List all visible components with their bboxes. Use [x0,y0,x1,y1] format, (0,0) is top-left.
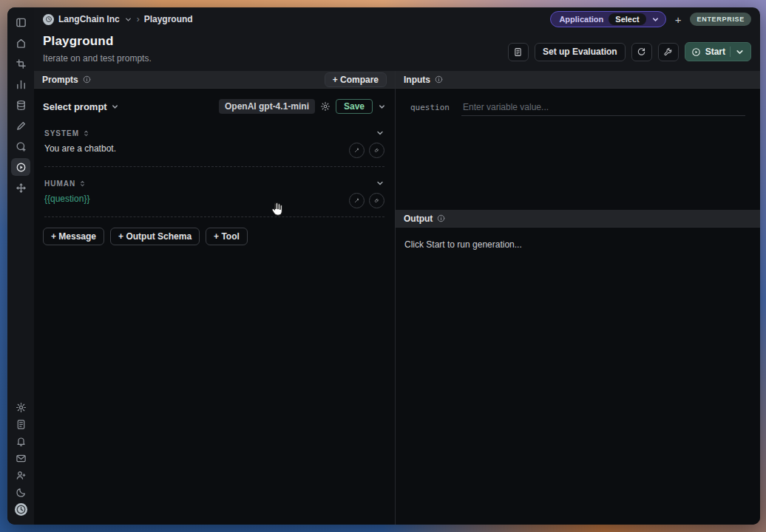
sidebar-toggle-icon[interactable] [11,13,30,31]
setup-evaluation-label: Set up Evaluation [543,47,617,57]
setup-evaluation-button[interactable]: Set up Evaluation [535,43,626,61]
docs-icon[interactable] [11,417,30,432]
desktop: { "breadcrumb": { "org": "LangChain Inc"… [0,0,766,532]
message-actions [349,193,384,208]
role-updown-icon[interactable] [79,180,86,187]
model-controls: OpenAI gpt-4.1-mini Save [219,99,386,114]
output-header: Output [396,210,760,228]
prompts-icon[interactable] [11,137,30,155]
chevron-down-icon[interactable] [651,16,660,24]
breadcrumb-org[interactable]: LangChain Inc [58,14,120,24]
annotation-icon[interactable] [11,117,30,134]
message-block-system: SYSTEM You are a chatbot. [44,129,384,167]
application-select[interactable]: Application Select [550,11,665,27]
prompts-header: Prompts + Compare [34,71,395,89]
document-icon [513,47,523,57]
start-button[interactable]: Start [685,42,751,61]
wand-button[interactable] [349,143,365,158]
prompt-toolbar: Select prompt OpenAI gpt-4.1-mini Save [43,96,386,117]
deployments-icon[interactable] [11,179,30,197]
message-actions [349,143,384,158]
chevron-down-icon[interactable] [735,47,745,57]
icon-rail [7,7,34,525]
eraser-button[interactable] [369,143,384,158]
page-subtitle: Iterate on and test prompts. [43,53,152,64]
tools-button[interactable] [658,43,679,61]
inputs-title: Inputs [404,75,430,85]
info-icon[interactable] [437,214,445,222]
playground-icon[interactable] [11,158,30,176]
role-label[interactable]: SYSTEM [44,129,79,137]
add-tool-button[interactable]: + Tool [206,228,248,245]
invite-user-icon[interactable] [11,468,30,482]
start-divider [730,47,731,57]
info-icon[interactable] [435,75,443,83]
title-bar: Playground Iterate on and test prompts. … [34,31,760,71]
output-title: Output [404,214,433,224]
account-avatar[interactable] [11,502,30,516]
select-prompt-dropdown[interactable]: Select prompt [43,101,119,112]
add-buttons-row: + Message + Output Schema + Tool [43,228,386,245]
info-icon[interactable] [83,75,91,83]
account-avatar-circle [15,503,27,516]
application-value[interactable]: Select [609,13,645,25]
model-settings-gear-icon[interactable] [320,101,331,112]
title-block: Playground Iterate on and test prompts. [43,34,152,64]
start-label: Start [705,47,725,57]
collapse-chevron-icon[interactable] [376,179,384,188]
message-content[interactable]: You are a chatbot. [44,143,343,155]
message-head: HUMAN [44,179,384,188]
breadcrumb-page[interactable]: Playground [144,14,193,24]
compare-button[interactable]: + Compare [325,72,387,87]
app-window: LangChain Inc › Playground Application S… [7,7,760,525]
message-body: You are a chatbot. [44,143,384,158]
datasets-icon[interactable] [11,96,30,114]
dashboards-icon[interactable] [11,75,30,93]
chevron-down-icon[interactable] [378,103,386,111]
chevron-down-icon [111,103,119,111]
inputs-body: question [396,89,760,210]
home-icon[interactable] [11,34,30,52]
collapse-chevron-icon[interactable] [376,129,384,137]
eraser-icon [374,197,379,205]
mail-icon[interactable] [11,451,30,466]
message-block-human: HUMAN {{question}} [44,179,384,217]
enterprise-badge: ENTERPRISE [690,13,751,26]
page-title: Playground [43,34,152,49]
model-selector[interactable]: OpenAI gpt-4.1-mini [219,99,315,114]
variable-value-input[interactable] [461,99,745,116]
message-body: {{question}} [44,193,384,208]
eraser-button[interactable] [369,193,384,208]
output-empty-text: Click Start to run generation... [404,239,751,250]
settings-icon[interactable] [11,400,30,415]
role-label[interactable]: HUMAN [44,180,75,188]
add-button[interactable]: + [674,14,683,25]
save-button[interactable]: Save [336,99,373,114]
add-output-schema-button[interactable]: + Output Schema [110,228,200,245]
variable-name: question [410,103,450,112]
message-head: SYSTEM [44,129,384,137]
refresh-icon [637,47,646,57]
content-split: Prompts + Compare Select prompt [34,71,760,525]
title-actions: Set up Evaluation Start [508,42,751,61]
breadcrumb-separator: › [137,14,140,24]
prompts-body: Select prompt OpenAI gpt-4.1-mini Save [34,89,395,525]
commit-doc-button[interactable] [508,43,529,61]
output-body: Click Start to run generation... [396,228,760,525]
tracing-icon[interactable] [11,55,30,72]
prompts-title: Prompts [42,75,78,85]
role-updown-icon[interactable] [83,130,89,137]
notifications-icon[interactable] [11,434,30,449]
top-right-controls: Application Select + ENTERPRISE [550,11,751,27]
variable-row: question [403,99,753,116]
play-circle-icon [691,47,701,57]
compare-label: + Compare [333,75,379,85]
wand-button[interactable] [349,193,365,208]
prompts-pane: Prompts + Compare Select prompt [34,71,396,525]
inputs-header: Inputs [396,71,760,89]
message-content[interactable]: {{question}} [44,193,343,205]
add-message-button[interactable]: + Message [43,228,104,245]
chevron-down-icon[interactable] [124,16,132,24]
moon-icon[interactable] [11,485,30,499]
refresh-button[interactable] [631,43,652,61]
